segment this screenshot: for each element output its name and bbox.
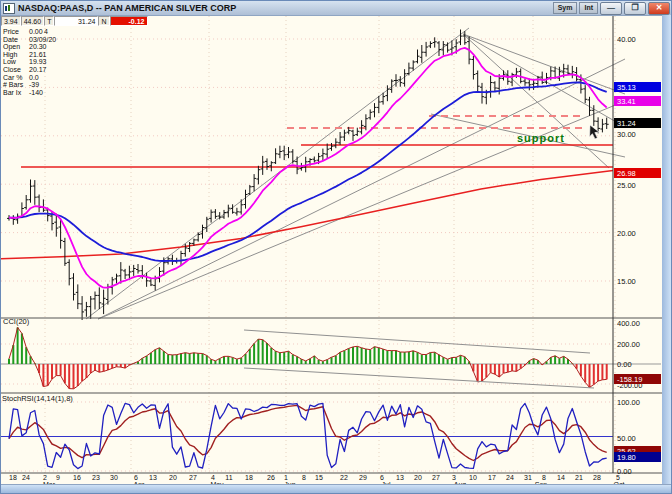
chart-window: supportCCI(20)StochRSI(14,14(1),8)40.003… xyxy=(0,0,672,494)
title-bar[interactable]: NASDAQ:PAAS,D -- PAN AMERICAN SILVER COR… xyxy=(1,1,672,16)
price-bar xyxy=(351,130,355,141)
price-bar xyxy=(29,180,33,203)
price-bar xyxy=(76,284,80,309)
axis-label: 0.00 xyxy=(617,360,632,369)
price-bar xyxy=(291,149,295,163)
quote-field-2[interactable]: T xyxy=(44,16,54,26)
x-axis-day-label: 18 xyxy=(245,474,253,481)
price-bar xyxy=(493,81,497,91)
price-bar xyxy=(89,296,93,319)
price-bar xyxy=(84,302,88,317)
price-bar xyxy=(540,72,544,85)
price-bar xyxy=(205,217,209,232)
x-axis-day-label: 20 xyxy=(169,474,177,481)
minimize-button[interactable]: — xyxy=(600,2,622,15)
axis-label: 25.00 xyxy=(617,181,636,190)
price-bar xyxy=(115,274,119,284)
axis-label: 40.00 xyxy=(617,35,636,44)
price-bar xyxy=(265,158,269,170)
quote-field-0[interactable]: 3.94 xyxy=(1,16,21,26)
price-bar xyxy=(132,265,136,276)
chart-canvas[interactable]: supportCCI(20)StochRSI(14,14(1),8)40.003… xyxy=(1,1,672,494)
price-bar xyxy=(24,195,28,210)
price-bar xyxy=(63,238,67,266)
cci-outline-line xyxy=(9,327,607,388)
price-bar xyxy=(278,146,282,159)
x-axis-day-label: 27 xyxy=(189,474,197,481)
price-bar xyxy=(437,41,441,56)
axis-tag-label: -158.19 xyxy=(617,375,642,384)
price-bar xyxy=(446,42,450,52)
data-window-row: Car %0.0 xyxy=(3,74,56,82)
price-bar xyxy=(600,119,604,132)
price-bar xyxy=(102,290,106,315)
price-bar xyxy=(256,166,260,185)
x-axis-day-label: 24 xyxy=(22,474,30,481)
price-bar xyxy=(170,255,174,265)
price-bar xyxy=(312,157,316,163)
x-axis-day-label: 24 xyxy=(506,474,514,481)
price-bar xyxy=(583,85,587,103)
price-bar xyxy=(93,292,97,310)
axis-label: 100.00 xyxy=(617,398,640,407)
close-button[interactable]: ✕ xyxy=(648,2,670,15)
price-bar xyxy=(16,214,20,224)
axis-label: 20.00 xyxy=(617,229,636,238)
price-bar xyxy=(222,210,226,219)
price-bar xyxy=(459,30,463,46)
quote-field-3[interactable]: 31.24 xyxy=(54,16,98,26)
price-bar xyxy=(209,210,213,223)
int-button[interactable]: Int xyxy=(579,2,598,14)
price-bar xyxy=(11,215,15,225)
price-bar xyxy=(80,296,84,320)
x-axis-day-label: 17 xyxy=(488,474,496,481)
x-axis-day-label: 8 xyxy=(302,474,306,481)
data-window-row: Date03/09/20 xyxy=(3,36,56,44)
quote-bar[interactable]: 3.9444.60T31.24N-0.12 xyxy=(1,16,148,26)
price-bar xyxy=(424,42,428,57)
price-bar xyxy=(342,130,346,141)
sym-button[interactable]: Sym xyxy=(553,2,578,14)
data-window-row: Close20.17 xyxy=(3,66,56,74)
price-bar xyxy=(523,78,527,85)
price-bar xyxy=(145,273,149,287)
price-bar xyxy=(334,138,338,148)
x-axis-day-label: 27 xyxy=(432,474,440,481)
quote-field-4[interactable]: N xyxy=(98,16,109,26)
price-bar xyxy=(41,199,45,212)
price-bar xyxy=(373,103,377,117)
mouse-cursor-icon xyxy=(590,125,599,139)
window-title: NASDAQ:PAAS,D -- PAN AMERICAN SILVER COR… xyxy=(18,3,236,13)
x-axis-day-label: 1 xyxy=(284,474,288,481)
maximize-button[interactable]: ❐ xyxy=(624,2,646,15)
price-bar xyxy=(269,161,273,171)
x-axis-day-label: 20 xyxy=(414,474,422,481)
price-bar xyxy=(188,242,192,252)
axis-tag-label: 35.13 xyxy=(617,83,636,92)
horizontal-scrollbar[interactable] xyxy=(1,484,672,493)
candlestick-bars-group xyxy=(7,30,609,321)
x-axis-day-label: 9 xyxy=(56,474,60,481)
price-bar xyxy=(416,50,420,64)
x-axis-day-label: 15 xyxy=(315,474,323,481)
price-bar xyxy=(158,267,162,282)
quote-field-5[interactable]: -0.12 xyxy=(110,16,148,26)
stochrsi-panel-label: StochRSI(14,14(1),8) xyxy=(2,394,73,403)
chart-app-icon xyxy=(3,3,15,14)
trendline xyxy=(98,59,625,319)
price-bar xyxy=(72,273,76,300)
support-annotation: support xyxy=(517,132,565,144)
price-bar xyxy=(123,269,127,279)
price-bar xyxy=(510,73,514,86)
quote-field-1[interactable]: 44.60 xyxy=(21,16,45,26)
price-bar xyxy=(37,195,41,213)
cci-histogram-group xyxy=(9,327,607,388)
price-bar xyxy=(471,56,475,80)
trendline xyxy=(463,34,609,168)
x-axis-day-label: 30 xyxy=(110,474,118,481)
x-axis-day-label: 22 xyxy=(340,474,348,481)
price-bar xyxy=(235,208,239,216)
x-axis-day-label: 4 xyxy=(211,474,215,481)
price-bar xyxy=(407,63,411,76)
axis-tag-label: 26.98 xyxy=(617,169,636,178)
